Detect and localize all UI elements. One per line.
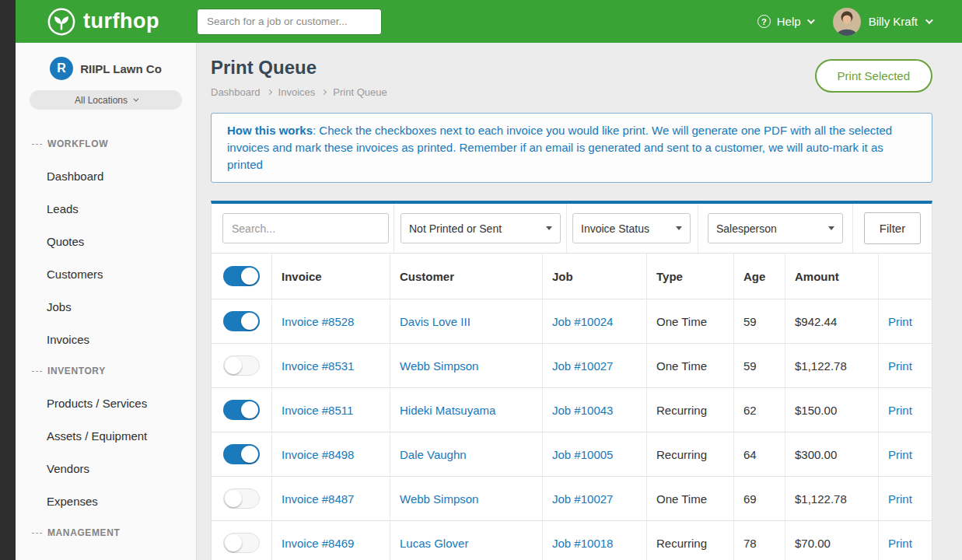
chevron-down-icon <box>807 16 815 24</box>
sidebar-item-vendors[interactable]: Vendors <box>16 452 196 485</box>
select-all-toggle[interactable] <box>223 266 260 286</box>
age-cell: 59 <box>734 344 785 387</box>
sidebar-item-leads[interactable]: Leads <box>16 192 196 225</box>
print-link[interactable]: Print <box>888 492 912 506</box>
type-cell: Recurring <box>647 521 734 560</box>
row-select-toggle[interactable] <box>223 488 260 509</box>
invoice-link[interactable]: Invoice #8511 <box>282 404 353 417</box>
invoice-link[interactable]: Invoice #8469 <box>282 537 354 550</box>
print-link[interactable]: Print <box>888 404 912 417</box>
customer-link[interactable]: Davis Love III <box>400 315 471 328</box>
customer-link[interactable]: Webb Simpson <box>400 492 478 506</box>
type-cell: One Time <box>647 344 734 387</box>
amount-cell: $300.00 <box>785 432 879 476</box>
user-menu[interactable]: Billy Kraft <box>833 8 931 36</box>
nav-section-management: Management <box>16 517 196 548</box>
sidebar-item-dashboard[interactable]: Dashboard <box>16 159 196 192</box>
invoice-status-select[interactable]: Invoice Status <box>572 213 691 243</box>
sidebar-item-products-services[interactable]: Products / Services <box>16 387 196 419</box>
print-link[interactable]: Print <box>888 537 912 550</box>
invoice-link[interactable]: Invoice #8531 <box>282 359 354 373</box>
table-search-input[interactable] <box>222 213 389 243</box>
section-label: Workflow <box>47 138 108 149</box>
caret-down-icon <box>676 226 682 230</box>
table-row: Invoice #8531 Webb Simpson Job #10027 On… <box>212 344 932 388</box>
sidebar-item-invoices[interactable]: Invoices <box>16 323 196 355</box>
help-label: Help <box>777 15 801 28</box>
top-bar: turfhop ? Help Billy Kraft <box>16 0 962 43</box>
age-cell: 69 <box>734 477 785 520</box>
amount-cell: $1,122.78 <box>785 477 879 520</box>
table-row: Invoice #8528 Davis Love III Job #10024 … <box>212 299 932 344</box>
customer-link[interactable]: Dale Vaughn <box>400 448 467 461</box>
row-select-toggle[interactable] <box>223 533 260 553</box>
chevron-down-icon <box>925 16 933 24</box>
chevron-right-icon <box>321 89 327 95</box>
main-content: Print Queue Dashboard Invoices Print Que… <box>197 43 962 560</box>
amount-cell: $942.44 <box>785 299 879 343</box>
breadcrumb-invoices[interactable]: Invoices <box>278 86 316 98</box>
section-label: Inventory <box>47 366 106 376</box>
type-cell: One Time <box>647 477 734 520</box>
sidebar-item-customers[interactable]: Customers <box>16 257 196 290</box>
job-link[interactable]: Job #10027 <box>552 492 613 506</box>
locations-selector[interactable]: All Locations <box>30 90 182 110</box>
row-select-toggle[interactable] <box>223 400 260 420</box>
filter-bar: Not Printed or Sent Invoice Status Sales… <box>212 204 932 254</box>
customer-link[interactable]: Hideki Matsuyama <box>400 404 495 417</box>
type-cell: Recurring <box>647 388 734 432</box>
print-link[interactable]: Print <box>888 448 912 461</box>
company-header[interactable]: R RIIPL Lawn Co <box>16 43 196 80</box>
table-row: Invoice #8487 Webb Simpson Job #10027 On… <box>212 477 932 521</box>
info-callout: How this works: Check the checkboxes nex… <box>211 113 932 183</box>
filter-button[interactable]: Filter <box>864 212 921 244</box>
help-icon: ? <box>757 15 771 28</box>
print-link[interactable]: Print <box>888 315 912 328</box>
section-label: Management <box>47 527 120 538</box>
dash-icon <box>32 533 42 534</box>
global-search-input[interactable] <box>197 9 382 35</box>
salesperson-select[interactable]: Salesperson <box>708 213 843 243</box>
sidebar-item-jobs[interactable]: Jobs <box>16 290 196 323</box>
caret-down-icon <box>828 226 834 230</box>
dash-icon <box>32 371 42 372</box>
print-selected-button[interactable]: Print Selected <box>815 59 932 93</box>
info-title: How this works <box>227 124 313 137</box>
customer-link[interactable]: Lucas Glover <box>400 537 468 550</box>
print-queue-panel: Not Printed or Sent Invoice Status Sales… <box>211 201 932 560</box>
chevron-right-icon <box>267 89 272 95</box>
chevron-down-icon <box>133 96 138 102</box>
sidebar-item-quotes[interactable]: Quotes <box>16 225 196 257</box>
table-row: Invoice #8511 Hideki Matsuyama Job #1004… <box>212 388 932 432</box>
customer-link[interactable]: Webb Simpson <box>400 359 478 373</box>
sidebar-item-assets-equipment[interactable]: Assets / Equipment <box>16 419 196 452</box>
table-header-row: Invoice Customer Job Type Age Amount <box>212 254 932 299</box>
brand-logo[interactable]: turfhop <box>47 7 159 37</box>
invoice-link[interactable]: Invoice #8487 <box>282 492 354 506</box>
row-select-toggle[interactable] <box>223 444 260 464</box>
printed-status-value: Not Printed or Sent <box>409 222 502 235</box>
page-title: Print Queue <box>211 57 387 79</box>
user-name: Billy Kraft <box>869 15 918 28</box>
help-menu[interactable]: ? Help <box>757 15 813 28</box>
row-select-toggle[interactable] <box>223 355 260 376</box>
sidebar-nav: Workflow Dashboard Leads Quotes Customer… <box>16 128 196 560</box>
amount-cell: $150.00 <box>785 388 879 432</box>
job-link[interactable]: Job #10043 <box>552 404 613 417</box>
age-cell: 78 <box>734 521 785 560</box>
job-link[interactable]: Job #10005 <box>552 448 613 461</box>
invoice-link[interactable]: Invoice #8528 <box>282 315 354 328</box>
breadcrumb-dashboard[interactable]: Dashboard <box>211 86 261 98</box>
row-select-toggle[interactable] <box>223 311 260 331</box>
invoice-link[interactable]: Invoice #8498 <box>282 448 354 461</box>
col-type: Type <box>647 254 734 299</box>
locations-label: All Locations <box>75 95 128 106</box>
table-row: Invoice #8498 Dale Vaughn Job #10005 Rec… <box>212 432 932 477</box>
job-link[interactable]: Job #10027 <box>552 359 613 373</box>
job-link[interactable]: Job #10024 <box>552 315 613 328</box>
job-link[interactable]: Job #10018 <box>552 537 613 550</box>
age-cell: 62 <box>734 388 785 432</box>
printed-status-select[interactable]: Not Printed or Sent <box>401 213 561 243</box>
print-link[interactable]: Print <box>888 359 912 373</box>
sidebar-item-expenses[interactable]: Expenses <box>16 485 196 517</box>
